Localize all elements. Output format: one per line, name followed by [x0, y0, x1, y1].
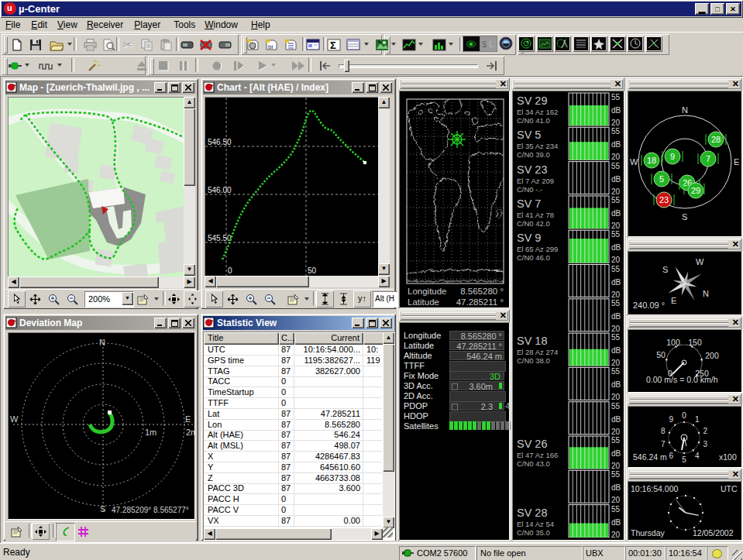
- svg-text:20: 20: [611, 496, 621, 504]
- svg-text:dB: dB: [611, 449, 621, 458]
- svg-text:23: 23: [659, 195, 669, 204]
- svg-text:dB: dB: [611, 106, 621, 115]
- svg-text:SV 28: SV 28: [517, 507, 548, 519]
- svg-text:8.565280 °: 8.565280 °: [460, 287, 504, 296]
- svg-text:55: 55: [611, 162, 621, 170]
- svg-text:7: 7: [706, 154, 710, 163]
- svg-text:dB: dB: [611, 243, 621, 252]
- svg-text:3: 3: [703, 440, 707, 448]
- svg-text:55: 55: [611, 402, 621, 411]
- svg-text:SV 5: SV 5: [517, 129, 541, 141]
- svg-text:SV 9: SV 9: [517, 232, 541, 244]
- svg-text:546.00: 546.00: [208, 186, 232, 194]
- svg-text:2: 2: [703, 427, 707, 435]
- svg-text:N: N: [99, 338, 105, 347]
- svg-text:SV 26: SV 26: [517, 438, 548, 450]
- svg-text:S: S: [100, 504, 105, 514]
- svg-text:dB: dB: [611, 278, 621, 287]
- svg-text:Σ: Σ: [330, 40, 336, 51]
- svg-text:7: 7: [661, 440, 666, 448]
- svg-text:50: 50: [308, 266, 317, 275]
- svg-text:55: 55: [611, 196, 621, 204]
- svg-text:18: 18: [647, 156, 656, 165]
- svg-text:W: W: [696, 257, 704, 266]
- svg-text:W: W: [10, 414, 19, 424]
- svg-text:El 28 Az 274: El 28 Az 274: [517, 348, 558, 356]
- svg-text:SV 18: SV 18: [517, 335, 548, 347]
- svg-text:100: 100: [666, 338, 680, 347]
- svg-text:C/N0 46.0: C/N0 46.0: [517, 253, 550, 262]
- svg-text:0: 0: [682, 411, 686, 420]
- svg-text:S: S: [662, 265, 668, 274]
- svg-text:C/N0 42.0: C/N0 42.0: [517, 219, 550, 228]
- svg-text:C/N0 35.0: C/N0 35.0: [517, 528, 550, 537]
- svg-text:9: 9: [669, 415, 673, 424]
- svg-text:C/N0 43.0: C/N0 43.0: [517, 459, 550, 468]
- svg-text:20: 20: [611, 462, 621, 470]
- svg-text:S: S: [682, 212, 687, 222]
- svg-text:N: N: [703, 289, 709, 298]
- svg-text:20: 20: [611, 531, 621, 538]
- svg-text:C/N0 38.0: C/N0 38.0: [517, 356, 550, 365]
- svg-text:El 14 Az 54: El 14 Az 54: [517, 520, 554, 528]
- svg-text:dB: dB: [611, 209, 621, 218]
- svg-text:C/N0 39.0: C/N0 39.0: [517, 150, 550, 159]
- svg-text:El 65 Az 299: El 65 Az 299: [517, 245, 558, 253]
- svg-text:20: 20: [611, 119, 621, 127]
- svg-text:C/N0 -.-: C/N0 -.-: [517, 185, 542, 194]
- svg-text:El 47 Az 166: El 47 Az 166: [517, 451, 558, 459]
- svg-text:47.285209° 8.565277°: 47.285209° 8.565277°: [112, 506, 189, 514]
- svg-text:12/05/2002: 12/05/2002: [693, 528, 734, 538]
- svg-text:5: 5: [659, 174, 664, 184]
- svg-text:bi: bi: [268, 43, 273, 50]
- svg-text:4: 4: [695, 452, 700, 460]
- svg-text:El 7 Az 209: El 7 Az 209: [517, 177, 554, 185]
- svg-text:50: 50: [656, 350, 666, 359]
- svg-text:20: 20: [611, 428, 621, 436]
- svg-text:SV 23: SV 23: [517, 163, 548, 176]
- svg-text:55: 55: [611, 436, 621, 445]
- svg-text:SV 29: SV 29: [517, 94, 548, 107]
- svg-text:dB: dB: [611, 380, 621, 389]
- svg-text:0.00 m/s = 0.0 km/h: 0.00 m/s = 0.0 km/h: [646, 375, 718, 384]
- svg-text:E: E: [185, 414, 191, 424]
- svg-text:C/N0 41.0: C/N0 41.0: [517, 116, 550, 125]
- svg-text:545.50: 545.50: [208, 234, 232, 242]
- svg-text:20: 20: [611, 393, 621, 401]
- svg-text:0: 0: [228, 266, 232, 275]
- svg-text:UTC: UTC: [721, 484, 738, 493]
- svg-text:El 35 Az 234: El 35 Az 234: [517, 142, 558, 150]
- svg-text:W: W: [630, 157, 638, 167]
- svg-text:200: 200: [705, 351, 719, 360]
- svg-text:El 34 Az 162: El 34 Az 162: [517, 108, 558, 116]
- svg-text:20: 20: [611, 222, 621, 230]
- svg-text:28: 28: [711, 135, 721, 144]
- svg-text:55: 55: [611, 470, 621, 479]
- svg-text:9: 9: [670, 152, 675, 161]
- svg-text:55: 55: [611, 367, 621, 376]
- svg-text:55: 55: [611, 333, 621, 342]
- svg-text:55: 55: [611, 127, 621, 136]
- svg-text:6: 6: [669, 452, 673, 460]
- svg-text:dB: dB: [611, 346, 621, 355]
- svg-text:dB: dB: [611, 312, 621, 321]
- svg-text:240.09 °: 240.09 °: [633, 301, 665, 310]
- svg-text:546.50: 546.50: [208, 138, 232, 146]
- svg-text:55: 55: [611, 299, 621, 307]
- svg-text:47.285211 °: 47.285211 °: [456, 297, 504, 306]
- svg-text:20: 20: [611, 290, 621, 299]
- svg-text:1m: 1m: [145, 428, 157, 437]
- svg-text:N: N: [682, 105, 688, 115]
- svg-text:Latitude: Latitude: [408, 297, 439, 306]
- svg-text:20: 20: [611, 187, 621, 196]
- svg-text:dB: dB: [611, 175, 621, 184]
- svg-text:L: L: [489, 40, 494, 49]
- svg-text:1: 1: [695, 415, 700, 424]
- svg-text:29: 29: [691, 186, 700, 195]
- svg-text:546.24 m: 546.24 m: [633, 452, 667, 462]
- svg-text:150: 150: [688, 338, 702, 347]
- svg-text:SV 7: SV 7: [517, 198, 541, 210]
- svg-text:Thursday: Thursday: [631, 528, 666, 538]
- svg-text:20: 20: [611, 325, 621, 333]
- svg-text:10:16:54.000: 10:16:54.000: [631, 484, 678, 493]
